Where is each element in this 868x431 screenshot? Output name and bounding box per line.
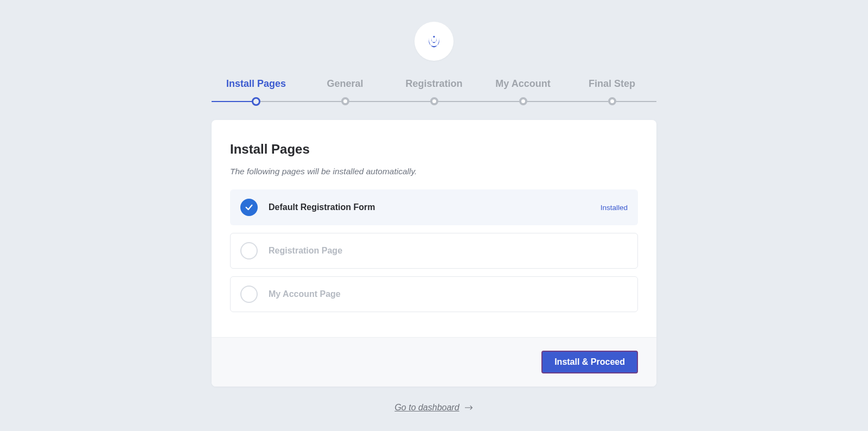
page-item-my-account-page[interactable]: My Account Page <box>230 276 638 312</box>
pages-list: Default Registration Form Installed Regi… <box>230 189 638 312</box>
card-subtitle: The following pages will be installed au… <box>230 167 638 176</box>
page-item-label: Default Registration Form <box>269 202 601 212</box>
arrow-right-icon <box>465 405 474 410</box>
brand-logo <box>414 22 454 61</box>
page-item-label: Registration Page <box>269 246 628 256</box>
check-icon <box>240 242 258 259</box>
page-item-registration-page[interactable]: Registration Page <box>230 233 638 269</box>
step-my-account[interactable]: My Account <box>478 78 567 106</box>
page-item-label: My Account Page <box>269 289 628 299</box>
step-label: My Account <box>478 78 567 90</box>
install-proceed-button[interactable]: Install & Proceed <box>541 351 638 373</box>
step-install-pages[interactable]: Install Pages <box>212 78 301 106</box>
page-item-default-registration-form[interactable]: Default Registration Form Installed <box>230 189 638 225</box>
step-label: Install Pages <box>212 78 301 90</box>
step-dot-icon <box>608 97 616 105</box>
logo-wrap <box>212 22 656 61</box>
step-dot-icon <box>341 97 349 105</box>
brand-logo-icon <box>425 33 443 50</box>
install-card: Install Pages The following pages will b… <box>212 120 656 386</box>
step-dot-icon <box>430 97 438 105</box>
card-title: Install Pages <box>230 142 638 157</box>
step-dot-icon <box>519 97 527 105</box>
step-general[interactable]: General <box>301 78 390 106</box>
step-label: General <box>301 78 390 90</box>
page-item-status: Installed <box>601 204 628 212</box>
step-final[interactable]: Final Step <box>567 78 656 106</box>
card-footer: Install & Proceed <box>212 337 656 386</box>
step-label: Final Step <box>567 78 656 90</box>
step-label: Registration <box>390 78 478 90</box>
check-icon <box>240 199 258 216</box>
go-to-dashboard-link[interactable]: Go to dashboard <box>212 403 656 413</box>
step-dot-icon <box>252 97 260 106</box>
dashboard-link-label: Go to dashboard <box>394 403 459 413</box>
svg-point-0 <box>433 36 435 37</box>
wizard-stepper: Install Pages General Registration My Ac… <box>212 78 656 106</box>
step-registration[interactable]: Registration <box>390 78 478 106</box>
check-icon <box>240 286 258 303</box>
